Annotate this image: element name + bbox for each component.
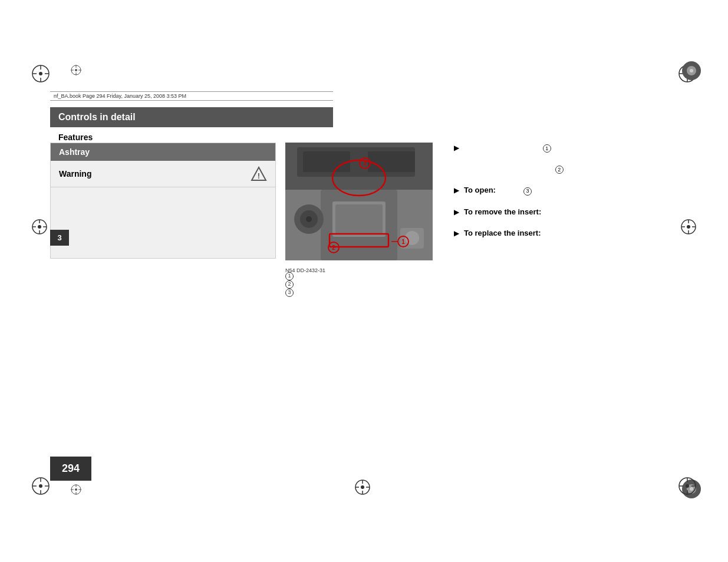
svg-rect-27 bbox=[368, 151, 415, 172]
arrow-bullet-3: ▶ bbox=[454, 186, 459, 194]
instruction-item-4: ▶ To remove the insert: bbox=[454, 207, 675, 217]
svg-point-20 bbox=[690, 69, 693, 72]
instruction-text-4: To remove the insert: bbox=[464, 207, 541, 217]
file-info-text: nf_BA.book Page 294 Friday, January 25, … bbox=[54, 93, 186, 99]
warning-row: Warning ! bbox=[51, 161, 275, 187]
instruction-text-3: To open: 3 bbox=[464, 185, 532, 196]
reg-mark-bl bbox=[31, 476, 51, 498]
svg-text:!: ! bbox=[258, 171, 260, 180]
instruction-item-3: ▶ To open: 3 bbox=[454, 185, 675, 196]
reg-mark-br bbox=[677, 476, 697, 498]
svg-rect-26 bbox=[303, 151, 350, 172]
to-open-label: To open: bbox=[464, 186, 496, 194]
reg-mark-bottom-center bbox=[354, 478, 371, 498]
features-label: Features bbox=[50, 131, 101, 143]
svg-point-65 bbox=[686, 484, 689, 488]
reg-mark-tr-solid bbox=[680, 59, 703, 85]
svg-point-50 bbox=[39, 484, 42, 488]
instruction-item-1: ▶ 1 bbox=[454, 143, 675, 153]
car-image-placeholder: 3 2 1 bbox=[285, 143, 433, 260]
svg-point-11 bbox=[75, 69, 77, 71]
to-replace-label: To replace the insert: bbox=[464, 229, 541, 237]
to-remove-label: To remove the insert: bbox=[464, 207, 541, 216]
reg-mark-ml bbox=[31, 218, 48, 238]
callouts-below: 1 2 3 bbox=[285, 272, 294, 297]
reg-mark-mr bbox=[680, 218, 697, 238]
svg-point-33 bbox=[306, 216, 312, 222]
svg-point-56 bbox=[75, 488, 77, 491]
warning-label: Warning bbox=[59, 169, 91, 178]
reg-mark-tl bbox=[31, 64, 51, 86]
left-panel: Ashtray Warning ! bbox=[50, 143, 276, 259]
callout-circle-3: 3 bbox=[285, 289, 294, 297]
callout-circle-1: 1 bbox=[285, 272, 294, 280]
svg-point-71 bbox=[38, 225, 41, 229]
callout-2: 2 bbox=[285, 280, 294, 289]
arrow-bullet-5: ▶ bbox=[454, 229, 459, 237]
svg-text:2: 2 bbox=[332, 244, 335, 251]
svg-point-83 bbox=[361, 485, 364, 489]
ashtray-row: Ashtray bbox=[51, 143, 275, 161]
callout-circle-2: 2 bbox=[285, 280, 294, 289]
file-info-bar: nf_BA.book Page 294 Friday, January 25, … bbox=[50, 91, 333, 101]
ashtray-label: Ashtray bbox=[59, 147, 90, 157]
reg-mark-tc bbox=[70, 64, 83, 79]
car-image: 3 2 1 bbox=[285, 143, 433, 260]
chapter-badge: 3 bbox=[50, 230, 69, 246]
instruction-text-2: 2 bbox=[466, 164, 564, 174]
arrow-bullet-4: ▶ bbox=[454, 208, 459, 216]
arrow-bullet-1: ▶ bbox=[454, 144, 459, 152]
instruction-text-5: To replace the insert: bbox=[464, 228, 541, 239]
instruction-item-2: 2 bbox=[454, 164, 675, 174]
instruction-item-5: ▶ To replace the insert: bbox=[454, 228, 675, 239]
page-number-footer: 294 bbox=[50, 457, 91, 481]
reg-mark-bc bbox=[70, 483, 83, 498]
svg-point-5 bbox=[39, 72, 42, 75]
instructions-panel: ▶ 1 2 ▶ To open: 3 ▶ bbox=[454, 143, 675, 249]
svg-text:3: 3 bbox=[363, 160, 367, 167]
section-header: Controls in detail bbox=[50, 107, 333, 127]
number-badge-3: 3 bbox=[523, 187, 532, 196]
svg-point-77 bbox=[687, 225, 690, 229]
svg-text:1: 1 bbox=[401, 239, 405, 245]
instruction-text-1: 1 bbox=[464, 143, 551, 153]
svg-rect-30 bbox=[335, 204, 383, 234]
section-title: Controls in detail bbox=[58, 112, 136, 122]
page-number: 294 bbox=[62, 462, 80, 474]
callout-1: 1 bbox=[285, 272, 294, 280]
callout-3: 3 bbox=[285, 289, 294, 297]
warning-triangle-icon: ! bbox=[251, 166, 267, 182]
chapter-number: 3 bbox=[57, 233, 61, 242]
empty-content-section bbox=[51, 187, 275, 258]
number-badge-1: 1 bbox=[543, 144, 551, 153]
number-badge-2: 2 bbox=[555, 166, 564, 174]
